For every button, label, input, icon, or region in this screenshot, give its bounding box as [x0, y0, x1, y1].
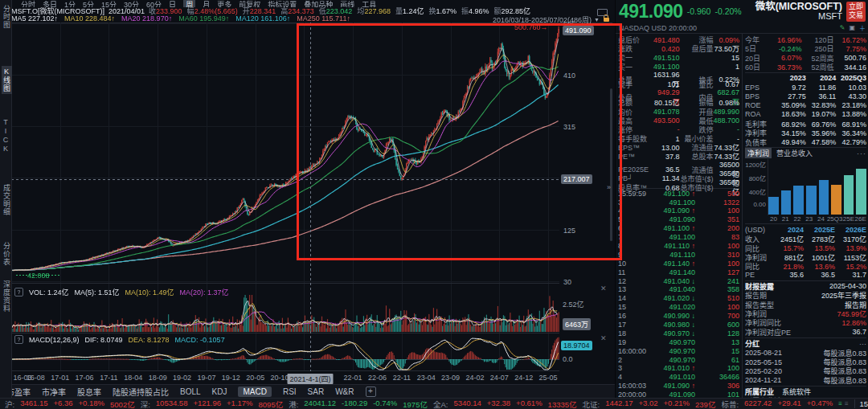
- period-menu-item[interactable]: 前复权: [239, 0, 260, 7]
- earnings-bar: [856, 169, 866, 215]
- tape-row: 10491.140 ↑100: [618, 259, 739, 268]
- earnings-bar-wrap: [856, 169, 866, 215]
- period-menu-item[interactable]: 画线: [340, 0, 354, 7]
- stat-value: 491.078: [653, 108, 680, 116]
- chart-scrollbar[interactable]: [610, 88, 612, 241]
- sidebar-item-5[interactable]: 分价表: [2, 240, 12, 268]
- tape-time: 4: [618, 207, 652, 215]
- tab-net-profit[interactable]: 净利润: [745, 148, 772, 158]
- period-menu-item[interactable]: 叠加品种: [304, 0, 333, 7]
- stat-value: 73.50万: [714, 43, 740, 54]
- indicator-tab-kdj[interactable]: KDJ: [212, 387, 227, 396]
- index-quote-segment: +121.96: [193, 399, 221, 409]
- calendar-icon[interactable]: ▣: [849, 24, 855, 31]
- kline-canvas[interactable]: [11, 22, 559, 371]
- tape-volume: 200: [695, 224, 739, 232]
- period-menu-item[interactable]: 更多: [217, 0, 231, 7]
- tape-time: 2: [618, 356, 652, 364]
- estimates-cell: 36.5: [804, 271, 835, 279]
- close-volume-pane-icon[interactable]: ✕: [600, 284, 607, 292]
- indicator-tab-rsi[interactable]: RSI: [283, 387, 297, 396]
- sidebar-item-4[interactable]: 成交明细: [2, 182, 12, 218]
- dividend-date: 2025-08-21: [745, 349, 782, 357]
- tape-row: 9491.110310: [618, 250, 739, 259]
- indicator-tab-macd[interactable]: MACD: [238, 387, 271, 397]
- financials-row: 净利率34.15%35.96%36.34%: [745, 128, 866, 137]
- indicator-tab-sar[interactable]: SAR: [308, 387, 325, 396]
- tape-price: 491.040: [652, 285, 695, 293]
- earnings-bar: [819, 180, 829, 215]
- period-menu-item[interactable]: 日: [169, 0, 176, 7]
- sidebar-item-6[interactable]: 深度资料: [2, 279, 12, 314]
- collapse-panel-icon[interactable]: »: [607, 183, 611, 191]
- period-menu-item[interactable]: 工具: [362, 0, 376, 7]
- time-axis-label: 20-05: [246, 374, 264, 382]
- trading-terminal-window: 分时图K线图TICK成交明细分价表深度资料 分时多日1分5分15分30分60分日…: [0, 0, 868, 409]
- period-menu-item[interactable]: 指标设置: [268, 0, 297, 7]
- add-indicator-icon[interactable]: +: [366, 387, 376, 397]
- more-icon[interactable]: ···: [859, 340, 866, 348]
- tape-time: 8: [618, 242, 652, 250]
- earnings-xtick: 23: [803, 215, 815, 223]
- help-icon[interactable]: ?: [14, 335, 23, 344]
- add-icon[interactable]: ＋: [859, 23, 866, 32]
- period-menu-item[interactable]: 15分: [101, 0, 117, 7]
- stat-row: 最高493.500最低488.700: [618, 116, 739, 125]
- more-icon[interactable]: ···: [857, 149, 866, 157]
- perf-label: 52周低: [802, 62, 834, 72]
- stat-value: -: [714, 135, 740, 143]
- dividends-title: 分红: [745, 338, 760, 349]
- pane-label-part: MA(10): 1.49亿: [125, 287, 174, 297]
- stat-row: 涨跌0.420盘后量73.50万: [618, 43, 739, 52]
- financials-cell: 68.92%: [776, 121, 806, 129]
- tape-time: 16:00:00: [618, 347, 652, 355]
- performance-row: 20日6.07%52周高500.76: [745, 53, 866, 62]
- indicator-tab-boll[interactable]: BOLL: [180, 387, 201, 396]
- estimates-cell: 2451亿: [772, 234, 804, 244]
- date-range-selector[interactable]: 2016/03/18-2025/07/02(486周) ▼: [493, 14, 609, 25]
- financials-header-cell: 2025Q3: [836, 74, 866, 82]
- sidebar-item-1[interactable]: 分时图: [2, 3, 12, 31]
- indicator-tab-w&r[interactable]: W&R: [335, 387, 354, 396]
- period-menu-item[interactable]: 分时: [21, 0, 35, 7]
- index-quote-segment: +6.36: [53, 399, 72, 409]
- financials-cell: 18.63%: [776, 110, 806, 118]
- period-menu-item[interactable]: 5分: [83, 0, 94, 7]
- earnings-ytick: 800亿: [745, 174, 766, 182]
- indicator-tab-股息率[interactable]: 股息率: [77, 386, 101, 398]
- sidebar-item-2[interactable]: K线图: [2, 66, 12, 94]
- tape-volume: 241: [695, 277, 739, 285]
- tape-volume: 358: [695, 285, 739, 293]
- tape-volume: 100: [695, 207, 739, 215]
- trade-now-button[interactable]: 立即交易: [846, 2, 866, 22]
- financials-cell: 9.72: [776, 84, 806, 92]
- close-macd-pane-icon[interactable]: ✕: [600, 334, 607, 342]
- instrument-name-block: 微软(MICROSOFT) MSFT: [755, 2, 842, 21]
- period-menu-item[interactable]: 1分: [64, 0, 76, 7]
- keyboard-icon[interactable]: [597, 9, 608, 16]
- tape-volume: 15: [695, 347, 739, 355]
- period-menu-item[interactable]: 周: [183, 0, 195, 7]
- estimates-cell: PE: [745, 271, 772, 279]
- signal-icon: ≡: [845, 400, 849, 407]
- help-icon[interactable]: ?: [14, 288, 23, 297]
- period-menu-item[interactable]: 多日: [43, 0, 57, 7]
- period-menu-item[interactable]: 60分: [146, 0, 162, 7]
- tape-row: 19490.97013: [618, 337, 739, 346]
- time-and-sales-list[interactable]: 15:59:59491.100 ↑5003491.10013224491.090…: [618, 188, 739, 399]
- period-menu-item[interactable]: 30分: [124, 0, 139, 7]
- indicator-tab-陆股通持股占比[interactable]: 陆股通持股占比: [113, 386, 169, 398]
- left-view-sidebar: 分时图K线图TICK成交明细分价表深度资料: [0, 0, 12, 398]
- dividend-date: 2025-05-15: [745, 358, 782, 366]
- tab-total-revenue[interactable]: 营业总收入: [776, 148, 813, 158]
- edit-icon[interactable]: ✎: [840, 24, 845, 31]
- index-quote-segment: 10534.58: [156, 399, 188, 409]
- financials-cell: 34.15%: [776, 129, 806, 137]
- indicator-tab-市净率[interactable]: 市净率: [42, 386, 66, 398]
- sidebar-item-3[interactable]: TICK: [2, 117, 10, 155]
- connection-icons: ≡ ≡: [838, 400, 848, 407]
- pane-label-part: MACD: -0.1057: [175, 336, 225, 344]
- index-quote-segment: 5002亿: [110, 399, 135, 409]
- ma-value: MA5 227.102↑: [11, 14, 58, 22]
- period-menu-item[interactable]: 月: [203, 0, 210, 7]
